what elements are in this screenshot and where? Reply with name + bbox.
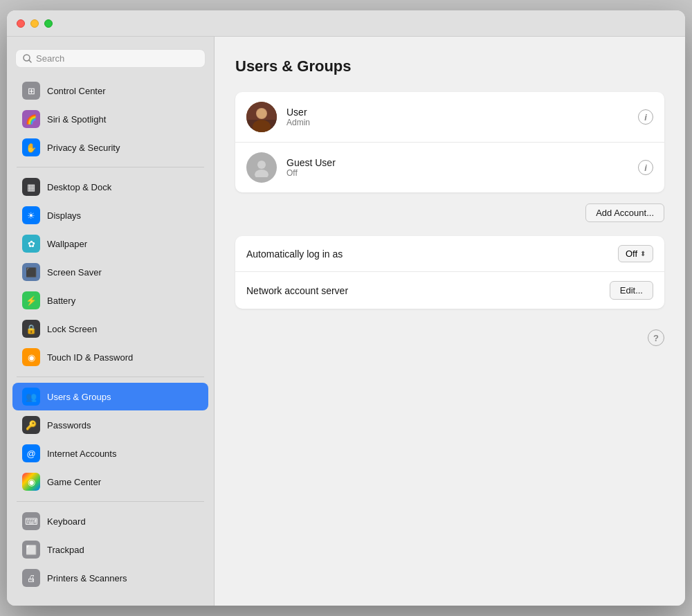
sidebar-item-privacy-security[interactable]: ✋Privacy & Security [12, 134, 208, 161]
network-server-row: Network account server Edit... [235, 272, 664, 309]
sidebar-separator [17, 377, 204, 377]
select-arrows-icon: ⬍ [640, 250, 646, 257]
user-row-guest: Guest User Off i [235, 143, 664, 192]
user-name-admin: User [286, 107, 628, 118]
siri-spotlight-icon: 🌈 [22, 110, 40, 128]
screen-saver-icon: ⬛ [22, 263, 40, 281]
user-name-guest: Guest User [286, 157, 628, 168]
sidebar-label-users-groups: Users & Groups [47, 392, 111, 402]
sidebar-label-siri-spotlight: Siri & Spotlight [47, 114, 106, 125]
svg-point-6 [257, 161, 266, 169]
search-container [7, 44, 214, 76]
user-info-button-guest[interactable]: i [638, 160, 653, 175]
sidebar-label-keyboard: Keyboard [47, 516, 86, 527]
network-server-control: Edit... [610, 281, 653, 300]
passwords-icon: 🔑 [22, 416, 40, 434]
settings-card: Automatically log in as Off ⬍ Network ac… [235, 236, 664, 309]
auto-login-select[interactable]: Off ⬍ [618, 245, 653, 262]
auto-login-control[interactable]: Off ⬍ [618, 245, 653, 262]
avatar-svg [246, 102, 277, 132]
sidebar-label-wallpaper: Wallpaper [47, 239, 87, 249]
settings-window: ⊞Control Center🌈Siri & Spotlight✋Privacy… [7, 10, 685, 606]
sidebar-label-touch-id: Touch ID & Password [47, 352, 133, 363]
edit-button[interactable]: Edit... [610, 281, 653, 300]
sidebar-item-users-groups[interactable]: 👥Users & Groups [12, 383, 208, 410]
help-button[interactable]: ? [648, 329, 664, 346]
sidebar-item-desktop-dock[interactable]: ▦Desktop & Dock [12, 173, 208, 201]
sidebar-label-internet-accounts: Internet Accounts [47, 449, 116, 459]
auto-login-value: Off [626, 248, 637, 259]
control-center-icon: ⊞ [22, 82, 40, 100]
sidebar-item-battery[interactable]: ⚡Battery [12, 287, 208, 314]
users-groups-icon: 👥 [22, 388, 40, 406]
sidebar-item-keyboard[interactable]: ⌨Keyboard [12, 507, 208, 535]
svg-point-4 [253, 120, 271, 132]
minimize-button[interactable] [30, 19, 39, 28]
sidebar-label-trackpad: Trackpad [47, 545, 84, 555]
desktop-dock-icon: ▦ [22, 178, 40, 196]
sidebar-label-screen-saver: Screen Saver [47, 267, 102, 278]
sidebar-label-printers-scanners: Printers & Scanners [47, 573, 127, 583]
privacy-security-icon: ✋ [22, 138, 40, 156]
search-box[interactable] [15, 49, 206, 68]
user-row-admin: User Admin i [235, 92, 664, 143]
sidebar-item-lock-screen[interactable]: 🔒Lock Screen [12, 315, 208, 343]
sidebar-items-container: ⊞Control Center🌈Siri & Spotlight✋Privacy… [7, 76, 214, 592]
svg-point-5 [257, 109, 266, 118]
auto-login-row: Automatically log in as Off ⬍ [235, 236, 664, 272]
keyboard-icon: ⌨ [22, 512, 40, 530]
sidebar-label-passwords: Passwords [47, 420, 91, 431]
svg-point-7 [255, 170, 268, 177]
sidebar-item-internet-accounts[interactable]: @Internet Accounts [12, 440, 208, 467]
add-account-row: Add Account... [235, 203, 664, 222]
avatar-guest [246, 152, 277, 183]
guest-avatar-icon [252, 158, 271, 177]
sidebar-item-wallpaper[interactable]: ✿Wallpaper [12, 230, 208, 257]
sidebar-item-touch-id[interactable]: ◉Touch ID & Password [12, 343, 208, 371]
trackpad-icon: ⬜ [22, 541, 40, 559]
touch-id-icon: ◉ [22, 348, 40, 366]
page-title: Users & Groups [235, 57, 664, 75]
sidebar-item-control-center[interactable]: ⊞Control Center [12, 77, 208, 105]
users-card: User Admin i Guest User Off [235, 92, 664, 192]
sidebar-separator [17, 167, 204, 167]
user-info-button-admin[interactable]: i [638, 109, 653, 125]
main-content: Users & Groups User [215, 37, 685, 606]
avatar-user [246, 102, 277, 132]
sidebar-item-trackpad[interactable]: ⬜Trackpad [12, 536, 208, 563]
sidebar-label-battery: Battery [47, 296, 75, 306]
sidebar-item-screen-saver[interactable]: ⬛Screen Saver [12, 258, 208, 286]
search-input[interactable] [36, 53, 198, 64]
sidebar-label-displays: Displays [47, 210, 81, 221]
sidebar-item-siri-spotlight[interactable]: 🌈Siri & Spotlight [12, 105, 208, 133]
user-info-admin: User Admin [286, 107, 628, 127]
add-account-button[interactable]: Add Account... [585, 203, 664, 222]
sidebar-item-printers-scanners[interactable]: 🖨Printers & Scanners [12, 564, 208, 592]
help-btn-row: ? [235, 323, 664, 353]
network-server-label: Network account server [246, 285, 610, 296]
svg-line-1 [29, 60, 32, 63]
window-body: ⊞Control Center🌈Siri & Spotlight✋Privacy… [7, 37, 685, 606]
sidebar-item-passwords[interactable]: 🔑Passwords [12, 411, 208, 439]
printers-scanners-icon: 🖨 [22, 569, 40, 587]
auto-login-label: Automatically log in as [246, 248, 618, 260]
sidebar: ⊞Control Center🌈Siri & Spotlight✋Privacy… [7, 37, 215, 606]
user-role-guest: Off [286, 168, 628, 178]
internet-accounts-icon: @ [22, 444, 40, 462]
sidebar-label-game-center: Game Center [47, 477, 101, 487]
title-bar [7, 10, 685, 37]
sidebar-label-privacy-security: Privacy & Security [47, 143, 120, 153]
displays-icon: ☀ [22, 206, 40, 224]
sidebar-label-control-center: Control Center [47, 86, 106, 96]
user-info-guest: Guest User Off [286, 157, 628, 178]
maximize-button[interactable] [44, 19, 53, 28]
wallpaper-icon: ✿ [22, 235, 40, 253]
sidebar-separator [17, 501, 204, 502]
sidebar-item-displays[interactable]: ☀Displays [12, 201, 208, 229]
sidebar-item-game-center[interactable]: ◉Game Center [12, 468, 208, 496]
battery-icon: ⚡ [22, 291, 40, 309]
close-button[interactable] [17, 19, 25, 28]
search-icon [23, 54, 32, 63]
user-role-admin: Admin [286, 118, 628, 127]
game-center-icon: ◉ [22, 473, 40, 491]
